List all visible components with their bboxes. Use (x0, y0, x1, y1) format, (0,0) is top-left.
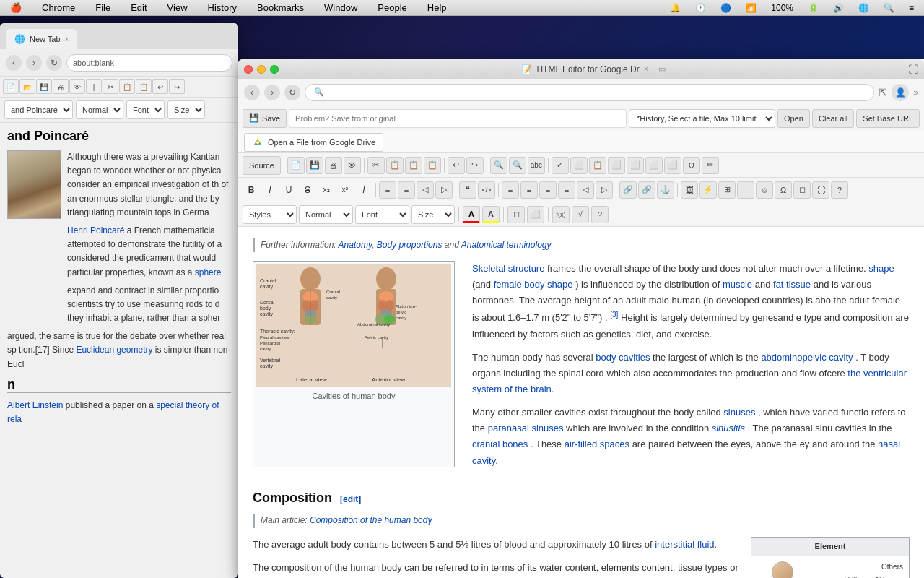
set-base-url-button[interactable]: Set Base URL (856, 109, 920, 128)
special-char-button[interactable]: Ω (775, 181, 792, 199)
bg-tb-undo[interactable]: ↩ (152, 79, 168, 94)
bidi-ltr-button[interactable]: ◁ (577, 181, 594, 199)
sqrt-button[interactable]: √ (572, 206, 589, 223)
print-button[interactable]: 🖨 (325, 157, 342, 174)
ul-button[interactable]: ≡ (379, 181, 396, 199)
close-button[interactable] (244, 65, 253, 74)
bg-link-euclidean[interactable]: Euclidean geometry (76, 345, 152, 355)
extra-tab[interactable]: ▭ (658, 64, 666, 74)
bg-link-einstein[interactable]: Albert Einstein (7, 400, 63, 410)
new-doc-button[interactable]: 📄 (287, 157, 305, 174)
composition-edit-link[interactable]: [edit] (340, 494, 361, 504)
ref-3[interactable]: [3] (610, 311, 618, 319)
skeletal-structure-link[interactable]: Skeletal structure (472, 263, 544, 274)
url-bar-bg[interactable]: about:blank (66, 54, 232, 72)
source-button[interactable]: Source (243, 156, 281, 175)
blockquote-button[interactable]: ❝ (459, 181, 476, 199)
copy-button[interactable]: 📋 (386, 157, 404, 174)
menu-file[interactable]: File (91, 1, 115, 14)
bg-format-select[interactable]: Font (126, 100, 165, 119)
bg-link-sphere[interactable]: sphere (195, 267, 222, 277)
menu-people[interactable]: People (373, 1, 411, 14)
font-select[interactable]: Font (355, 205, 409, 224)
cranial-bones-link[interactable]: cranial bones (472, 439, 528, 449)
save2-button[interactable]: 💾 (306, 157, 323, 174)
bg-link-poincare[interactable]: Henri Poincaré (67, 225, 124, 236)
show-blocks-button[interactable]: ⬜ (627, 157, 644, 174)
align-center-button[interactable]: ≡ (520, 181, 538, 199)
undo-button[interactable]: ↩ (448, 157, 465, 174)
unlink-button[interactable]: 🔗 (638, 181, 655, 199)
italic2-button[interactable]: I (355, 181, 372, 199)
control-strip-icon[interactable]: ≡ (905, 2, 918, 14)
edit2-button[interactable]: ✏ (702, 157, 719, 174)
bg-tb-new[interactable]: 📄 (3, 79, 19, 94)
zoom-button[interactable] (270, 65, 279, 74)
symbol-button[interactable]: Ω (683, 157, 700, 174)
help2-button[interactable]: ? (591, 206, 609, 223)
max-button[interactable]: ⬜ (645, 157, 663, 174)
about-button[interactable]: ⬜ (664, 157, 681, 174)
select-all-button[interactable]: ⬜ (570, 157, 588, 174)
body-shape-link[interactable]: shape (868, 263, 894, 274)
paste-plain-button[interactable]: 📋 (424, 157, 441, 174)
chrome-tab[interactable]: 🌐 New Tab × (6, 29, 77, 49)
air-filled-link[interactable]: air-filled spaces (565, 439, 629, 449)
paste-button[interactable]: 📋 (405, 157, 422, 174)
spellcheck-button[interactable]: abc (528, 157, 545, 174)
clear-all-button[interactable]: Clear all (812, 109, 854, 128)
bg-tb-redo[interactable]: ↪ (169, 79, 185, 94)
body-proportions-link[interactable]: Body proportions (377, 240, 443, 250)
iframe-button[interactable]: ◻ (793, 181, 811, 199)
underline-button[interactable]: U (280, 181, 297, 199)
help-button[interactable]: ? (831, 181, 848, 199)
format-select[interactable]: Normal (299, 205, 353, 224)
expand-icon[interactable]: ⇱ (879, 87, 887, 98)
bold-button[interactable]: B (243, 181, 260, 199)
save-button[interactable]: 💾 Save (243, 109, 287, 128)
bg-tb-open[interactable]: 📂 (19, 79, 35, 94)
interstitial-link[interactable]: interstitial fluid (655, 539, 714, 550)
text-color-button[interactable]: A (463, 206, 480, 223)
flash-button[interactable]: ⚡ (699, 181, 717, 199)
image-button[interactable]: 🖼 (681, 181, 698, 199)
subscript-button[interactable]: x₂ (318, 181, 335, 199)
composition-article-link[interactable]: Composition of the human body (310, 515, 432, 525)
superscript-button[interactable]: x² (336, 181, 354, 199)
emoji-button[interactable]: ☺ (756, 181, 773, 199)
editor-back-button[interactable]: ‹ (244, 85, 260, 100)
show-blocks-btn2[interactable]: ⬜ (527, 206, 544, 223)
editor-tab-close[interactable]: × (644, 65, 648, 73)
block-button[interactable]: ⬜ (608, 157, 625, 174)
bidi-rtl-button[interactable]: ▷ (596, 181, 613, 199)
styles-select[interactable]: Styles (243, 205, 297, 224)
bg-tb-copy[interactable]: 📋 (119, 79, 135, 94)
menu-edit[interactable]: Edit (126, 1, 151, 14)
menu-view[interactable]: View (163, 1, 192, 14)
sinusitis-link[interactable]: sinusitis (712, 423, 745, 434)
anatomical-terminology-link[interactable]: Anatomical terminology (461, 240, 552, 250)
menu-bookmarks[interactable]: Bookmarks (253, 1, 308, 14)
bg-tb-paste[interactable]: 📋 (136, 79, 152, 94)
refresh-button-bg[interactable]: ↻ (46, 55, 62, 71)
sinuses-link[interactable]: sinuses (723, 407, 755, 418)
spotlight-icon[interactable]: 🔍 (879, 2, 899, 14)
user-avatar[interactable]: 👤 (892, 84, 909, 101)
more-icon[interactable]: » (913, 87, 918, 98)
bg-tb-cut[interactable]: ✂ (103, 79, 118, 94)
status-input[interactable] (289, 109, 627, 128)
paranasal-link[interactable]: paranasal sinuses (488, 423, 564, 434)
anatomy-link[interactable]: Anatomy (339, 240, 372, 250)
find-button[interactable]: 🔍 (490, 157, 507, 174)
outdent-button[interactable]: ◁ (417, 181, 434, 199)
back-button-bg[interactable]: ‹ (6, 55, 22, 71)
editor-content-area[interactable]: Further information: Anatomy, Body propo… (238, 227, 924, 578)
fat-tissue-link[interactable]: fat tissue (773, 279, 811, 290)
indent-button[interactable]: ▷ (435, 181, 453, 199)
ol-button[interactable]: ≡ (398, 181, 415, 199)
bg-tb-print[interactable]: 🖨 (53, 79, 69, 94)
muscle-link[interactable]: muscle (723, 279, 752, 290)
editor-forward-button[interactable]: › (264, 85, 280, 100)
editor-url-bar-input[interactable]: 🔍 (305, 84, 874, 101)
code-button[interactable]: </> (478, 181, 495, 199)
